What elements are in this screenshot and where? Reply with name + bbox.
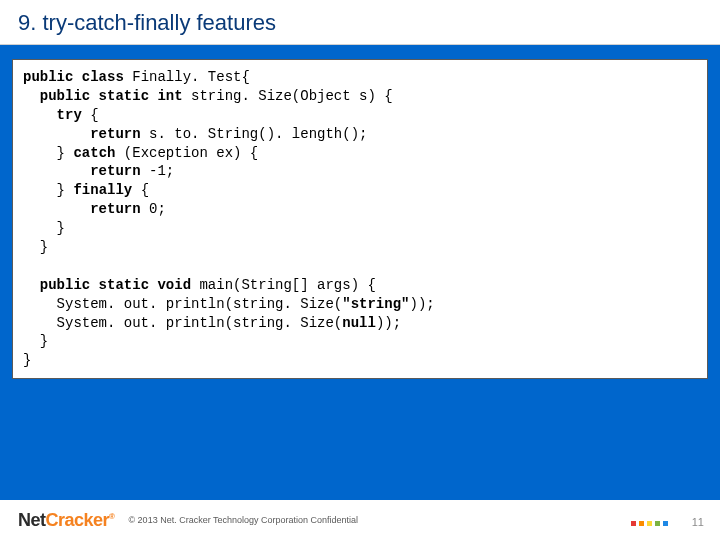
code-text: main(String[] args) { [191,277,376,293]
slide-footer: NetCracker® © 2013 Net. Cracker Technolo… [0,500,720,540]
code-text: catch [73,145,115,161]
code-text: } [40,333,48,349]
copyright-text: © 2013 Net. Cracker Technology Corporati… [128,515,358,525]
code-text: -1; [141,163,175,179]
code-text: System. out. println(string. Size( [57,296,343,312]
code-text: return [90,163,140,179]
code-text: finally [73,182,132,198]
code-text: } [57,220,65,236]
slide-header: 9. try-catch-finally features [0,0,720,45]
logo: NetCracker® [18,510,114,531]
dot-icon [631,521,636,526]
code-text: )); [376,315,401,331]
code-text: Finally. Test{ [124,69,250,85]
decorative-dots [631,521,668,526]
code-text: try [57,107,82,123]
slide-title: 9. try-catch-finally features [18,10,702,36]
slide: 9. try-catch-finally features public cla… [0,0,720,540]
trademark-icon: ® [109,512,114,521]
slide-body: public class Finally. Test{ public stati… [0,45,720,379]
code-text: 0; [141,201,166,217]
logo-text: Cracker [46,510,110,530]
code-text: public static void [40,277,191,293]
code-text: )); [409,296,434,312]
code-text: } [57,145,74,161]
code-text: (Exception ex) { [115,145,258,161]
code-text: public static int [40,88,183,104]
page-number: 11 [692,516,704,528]
code-block: public class Finally. Test{ public stati… [12,59,708,379]
code-text: } [23,352,31,368]
code-text: System. out. println(string. Size( [57,315,343,331]
code-text: "string" [342,296,409,312]
code-text: { [82,107,99,123]
dot-icon [647,521,652,526]
dot-icon [639,521,644,526]
code-text: null [342,315,376,331]
code-text: } [57,182,74,198]
code-text: return [90,201,140,217]
code-text: s. to. String(). length(); [141,126,368,142]
code-text: } [40,239,48,255]
code-text: return [90,126,140,142]
code-text: string. Size(Object s) { [183,88,393,104]
dot-icon [655,521,660,526]
code-text: public class [23,69,124,85]
dot-icon [663,521,668,526]
logo-text: Net [18,510,46,530]
code-text: { [132,182,149,198]
